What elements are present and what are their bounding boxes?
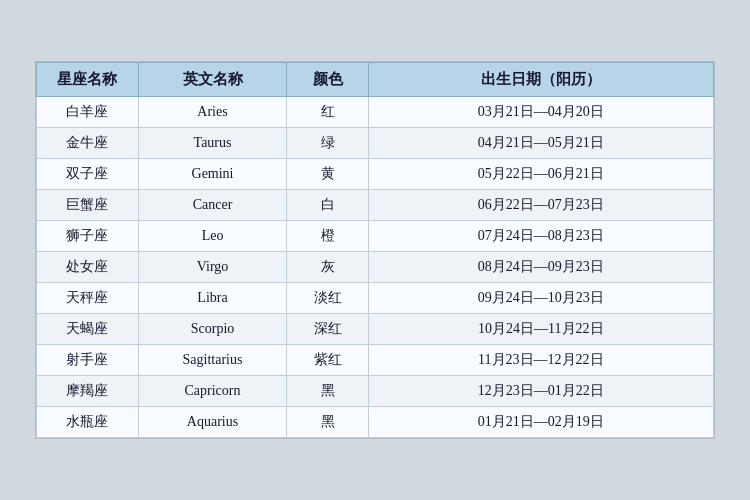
table-row: 水瓶座Aquarius黑01月21日—02月19日 <box>37 407 714 438</box>
cell-zh: 巨蟹座 <box>37 190 139 221</box>
cell-en: Leo <box>138 221 287 252</box>
cell-date: 09月24日—10月23日 <box>368 283 713 314</box>
cell-color: 黄 <box>287 159 368 190</box>
cell-zh: 狮子座 <box>37 221 139 252</box>
cell-date: 08月24日—09月23日 <box>368 252 713 283</box>
table-row: 天蝎座Scorpio深红10月24日—11月22日 <box>37 314 714 345</box>
table-row: 白羊座Aries红03月21日—04月20日 <box>37 97 714 128</box>
cell-en: Taurus <box>138 128 287 159</box>
cell-color: 红 <box>287 97 368 128</box>
table-row: 双子座Gemini黄05月22日—06月21日 <box>37 159 714 190</box>
cell-zh: 天秤座 <box>37 283 139 314</box>
cell-en: Cancer <box>138 190 287 221</box>
cell-en: Aries <box>138 97 287 128</box>
cell-en: Scorpio <box>138 314 287 345</box>
cell-date: 06月22日—07月23日 <box>368 190 713 221</box>
cell-zh: 天蝎座 <box>37 314 139 345</box>
cell-color: 黑 <box>287 376 368 407</box>
cell-en: Virgo <box>138 252 287 283</box>
cell-zh: 摩羯座 <box>37 376 139 407</box>
cell-color: 深红 <box>287 314 368 345</box>
table-row: 巨蟹座Cancer白06月22日—07月23日 <box>37 190 714 221</box>
header-en: 英文名称 <box>138 63 287 97</box>
table-row: 金牛座Taurus绿04月21日—05月21日 <box>37 128 714 159</box>
zodiac-table: 星座名称 英文名称 颜色 出生日期（阳历） 白羊座Aries红03月21日—04… <box>36 62 714 438</box>
cell-zh: 白羊座 <box>37 97 139 128</box>
cell-zh: 双子座 <box>37 159 139 190</box>
cell-date: 11月23日—12月22日 <box>368 345 713 376</box>
cell-color: 黑 <box>287 407 368 438</box>
cell-zh: 水瓶座 <box>37 407 139 438</box>
table-row: 天秤座Libra淡红09月24日—10月23日 <box>37 283 714 314</box>
header-zh: 星座名称 <box>37 63 139 97</box>
cell-date: 03月21日—04月20日 <box>368 97 713 128</box>
table-row: 射手座Sagittarius紫红11月23日—12月22日 <box>37 345 714 376</box>
cell-color: 灰 <box>287 252 368 283</box>
cell-color: 紫红 <box>287 345 368 376</box>
cell-en: Aquarius <box>138 407 287 438</box>
cell-date: 01月21日—02月19日 <box>368 407 713 438</box>
table-row: 狮子座Leo橙07月24日—08月23日 <box>37 221 714 252</box>
cell-en: Sagittarius <box>138 345 287 376</box>
cell-color: 白 <box>287 190 368 221</box>
cell-color: 淡红 <box>287 283 368 314</box>
cell-date: 10月24日—11月22日 <box>368 314 713 345</box>
cell-en: Capricorn <box>138 376 287 407</box>
cell-zh: 射手座 <box>37 345 139 376</box>
table-row: 处女座Virgo灰08月24日—09月23日 <box>37 252 714 283</box>
cell-date: 04月21日—05月21日 <box>368 128 713 159</box>
cell-date: 05月22日—06月21日 <box>368 159 713 190</box>
header-date: 出生日期（阳历） <box>368 63 713 97</box>
cell-zh: 处女座 <box>37 252 139 283</box>
cell-en: Libra <box>138 283 287 314</box>
cell-en: Gemini <box>138 159 287 190</box>
cell-date: 07月24日—08月23日 <box>368 221 713 252</box>
table-body: 白羊座Aries红03月21日—04月20日金牛座Taurus绿04月21日—0… <box>37 97 714 438</box>
zodiac-table-wrapper: 星座名称 英文名称 颜色 出生日期（阳历） 白羊座Aries红03月21日—04… <box>35 61 715 439</box>
cell-color: 橙 <box>287 221 368 252</box>
table-header-row: 星座名称 英文名称 颜色 出生日期（阳历） <box>37 63 714 97</box>
header-color: 颜色 <box>287 63 368 97</box>
cell-date: 12月23日—01月22日 <box>368 376 713 407</box>
table-row: 摩羯座Capricorn黑12月23日—01月22日 <box>37 376 714 407</box>
cell-color: 绿 <box>287 128 368 159</box>
cell-zh: 金牛座 <box>37 128 139 159</box>
